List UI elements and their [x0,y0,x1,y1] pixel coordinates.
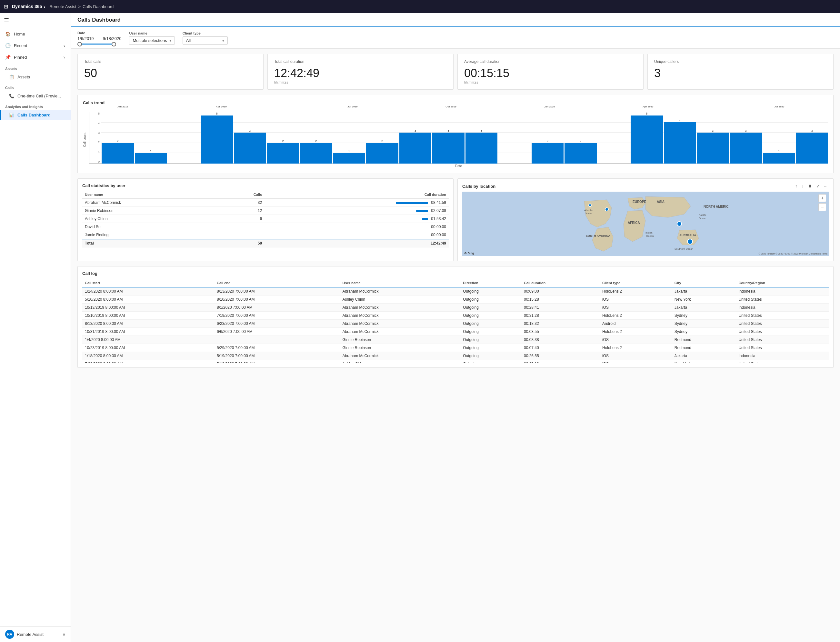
call-log-row[interactable]: 1/24/2020 8:00:00 AM 8/13/2020 7:00:00 A… [82,287,829,295]
slider-thumb-left[interactable] [78,42,82,47]
map-zoom-out-button[interactable]: − [818,203,826,211]
call-log-row[interactable]: 10/23/2019 8:00:00 AM 5/29/2020 7:00:00 … [82,344,829,352]
footer-chevron-icon: ∧ [63,632,65,637]
calls-trend-section: Calls trendJan 2019Apr 2019Jul 2019Oct 2… [78,95,834,173]
bar-group: 2 [102,112,134,164]
bar[interactable] [300,143,332,164]
sidebar-item-one-time-call[interactable]: 📞 One-time Call (Previe... [0,91,71,101]
month-label [599,105,631,108]
col-user-name[interactable]: User name [340,279,460,287]
bar[interactable] [466,133,498,164]
log-direction: Outgoing [460,344,521,352]
bar[interactable] [102,143,134,164]
call-log-row[interactable]: 5/10/2020 8:00:00 AM 8/10/2020 7:00:00 A… [82,295,829,303]
log-direction: Outgoing [460,360,521,363]
bar[interactable] [135,153,167,164]
map-zoom-in-button[interactable]: + [818,194,826,202]
bar-group: 3 [796,112,829,164]
bar[interactable] [234,133,266,164]
stat-duration: 02:07:08 [264,207,449,215]
call-stats-section: Call statistics by user User name Calls … [78,178,453,261]
bar[interactable] [796,133,829,164]
log-client-type: HoloLens 2 [600,312,672,320]
sidebar-item-calls-dashboard[interactable]: 📊 Calls Dashboard [0,110,71,120]
log-direction: Outgoing [460,336,521,344]
svg-point-16 [589,204,591,206]
bar[interactable] [366,143,398,164]
bar[interactable] [201,115,233,164]
hamburger-icon[interactable]: ☰ [4,16,67,25]
kpi-avg-duration-label: Average call duration [464,59,637,64]
sidebar-item-home[interactable]: 🏠 Home [0,28,71,40]
bar[interactable] [631,115,663,164]
map-sort-desc-icon[interactable]: ↓ [800,183,805,189]
log-call-end: 6/23/2020 7:00:00 AM [214,320,340,328]
col-call-duration[interactable]: Call duration [521,279,600,287]
col-call-start[interactable]: Call start [82,279,214,287]
call-log-row[interactable]: 7/29/2020 8:00:00 AM 5/10/2020 7:00:00 A… [82,360,829,363]
call-log-title: Call log [82,271,829,276]
col-country[interactable]: Country/Region [736,279,829,287]
bar-value-label: 2 [315,139,317,143]
breadcrumb-remote-assist[interactable]: Remote Assist [49,4,76,9]
bar[interactable] [267,143,299,164]
bar-group: 1 [763,112,795,164]
call-log-row[interactable]: 1/18/2020 8:00:00 AM 5/19/2020 7:00:00 A… [82,352,829,360]
log-user-name: Ginnie Robinson [340,336,460,344]
log-city: Jakarta [672,303,736,312]
sidebar-item-recent[interactable]: 🕐 Recent ∨ [0,40,71,51]
bar[interactable] [532,143,564,164]
date-slider[interactable] [78,44,116,45]
bar[interactable] [333,153,366,164]
bar[interactable] [664,122,696,164]
map-more-icon[interactable]: ··· [823,183,829,189]
month-label [173,105,204,108]
log-call-start: 1/24/2020 8:00:00 AM [82,287,214,295]
bar[interactable] [399,133,432,164]
sidebar-item-pinned[interactable]: 📌 Pinned ∨ [0,51,71,63]
log-user-name: Ashley Chinn [340,295,460,303]
waffle-icon[interactable]: ⊞ [4,3,8,10]
map-sort-asc-icon[interactable]: ↑ [794,183,798,189]
slider-thumb-right[interactable] [112,42,116,47]
bar[interactable] [763,153,795,164]
client-dropdown[interactable]: All ∨ [183,36,228,45]
stats-total-row: Total 50 12:42:49 [82,239,449,248]
call-log-row[interactable]: 10/31/2019 8:00:00 AM 6/6/2020 7:00:00 A… [82,328,829,336]
bar-group: 2 [532,112,564,164]
call-log-row[interactable]: 10/13/2019 8:00:00 AM 8/1/2020 7:00:00 A… [82,303,829,312]
recent-chevron-icon: ∨ [63,44,65,47]
svg-text:AUSTRALIA: AUSTRALIA [679,233,696,237]
col-direction[interactable]: Direction [460,279,521,287]
col-city[interactable]: City [672,279,736,287]
sidebar-footer[interactable]: RA Remote Assist ∧ [0,626,71,642]
bar[interactable] [432,133,465,164]
sidebar-item-assets[interactable]: 📋 Assets [0,72,71,82]
bar[interactable] [730,133,762,164]
date-label: Date [78,31,121,35]
bar[interactable] [697,133,729,164]
duration-bar [422,218,428,220]
month-label [369,105,401,108]
username-filter-group: User name Multiple selections ∨ [129,31,175,45]
log-user-name: Abraham McCormick [340,320,460,328]
recent-icon: 🕐 [5,43,11,48]
client-filter-label: Client type [183,31,228,35]
log-country: United States [736,312,829,320]
col-client-type[interactable]: Client type [600,279,672,287]
bar[interactable] [565,143,597,164]
log-country: Indonesia [736,303,829,312]
call-log-row[interactable]: 10/10/2019 8:00:00 AM 7/19/2020 7:00:00 … [82,312,829,320]
username-dropdown[interactable]: Multiple selections ∨ [129,36,175,45]
bar-group: 5 [631,112,663,164]
app-name[interactable]: Dynamics 365 ∨ [12,4,45,9]
map-pause-icon[interactable]: ⏸ [807,183,813,189]
map-expand-icon[interactable]: ⤢ [815,183,821,189]
call-log-row[interactable]: 8/13/2020 8:00:00 AM 6/23/2020 7:00:00 A… [82,320,829,328]
col-call-end[interactable]: Call end [214,279,340,287]
username-value: Multiple selections [133,38,167,43]
call-log-row[interactable]: 1/4/2020 8:00:00 AM Ginnie Robinson Outg… [82,336,829,344]
log-country: United States [736,320,829,328]
app-body: ☰ 🏠 Home 🕐 Recent ∨ 📌 Pinned ∨ Assets 📋 … [0,13,840,642]
log-duration: 00:28:41 [521,303,600,312]
